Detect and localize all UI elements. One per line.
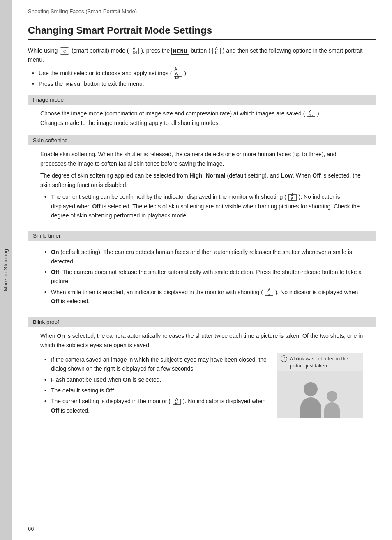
section-image-mode: Image mode Choose the image mode (combin…	[28, 95, 376, 135]
section-blink-proof: Blink proof When On is selected, the cam…	[28, 317, 376, 426]
sil-head-2	[327, 391, 337, 402]
blink-proof-dialog-image: i A blink was detected in the picture ju…	[277, 353, 363, 418]
blink-proof-bullet-2: Flash cannot be used when On is selected…	[44, 375, 269, 384]
portrait-mode-icon: ☺	[60, 47, 69, 55]
ref-37: A37	[307, 111, 315, 117]
intro-smart-portrait: (smart portrait) mode (	[71, 47, 129, 54]
side-tab: More on Shooting	[0, 0, 12, 540]
smile-timer-bullet-1: On (default setting): The camera detects…	[44, 247, 363, 266]
page-header-text: Shooting Smiling Faces (Smart Portrait M…	[28, 8, 137, 14]
intro-bullet-2: Press the MENU button to exit the menu.	[32, 79, 376, 88]
page-title: Changing Smart Portrait Mode Settings	[28, 25, 376, 40]
sil-body-2	[324, 402, 340, 418]
blink-proof-bullet-1: If the camera saved an image in which th…	[44, 355, 269, 374]
smile-timer-bullets: On (default setting): The camera detects…	[44, 247, 363, 306]
intro-paragraph: While using ☺ (smart portrait) mode ( A6…	[28, 46, 376, 65]
smile-timer-bullet-3: When smile timer is enabled, an indicato…	[44, 288, 363, 306]
side-tab-label: More on Shooting	[3, 249, 9, 291]
blink-proof-row: If the camera saved an image in which th…	[40, 353, 363, 421]
blink-illustration	[277, 371, 363, 418]
ref-6b: A6	[265, 290, 273, 296]
intro-bullets: Use the multi selector to choose and app…	[32, 69, 376, 89]
blink-proof-body: When On is selected, the camera automati…	[28, 327, 376, 426]
ref-9: A9	[212, 48, 221, 54]
section-skin-softening: Skin softening Enable skin softening. Wh…	[28, 135, 376, 231]
sil-body-1	[300, 397, 321, 418]
skin-softening-body: Enable skin softening. When the shutter …	[28, 145, 376, 231]
intro-while-using: While using	[28, 47, 58, 54]
image-mode-header: Image mode	[28, 95, 376, 105]
ref-9-10: A9, 10	[174, 71, 182, 77]
smile-timer-bullet-2: Off: The camera does not release the shu…	[44, 268, 363, 286]
image-mode-body: Choose the image mode (combination of im…	[28, 105, 376, 135]
blink-proof-bullet-4: The current setting is displayed in the …	[44, 397, 269, 415]
ref-6c: A6	[173, 399, 181, 405]
silhouette-1	[300, 382, 321, 418]
blink-dialog-top: i A blink was detected in the picture ju…	[277, 353, 363, 372]
blink-proof-bullets: If the camera saved an image in which th…	[44, 355, 269, 415]
sil-head-1	[304, 382, 318, 396]
blink-proof-header: Blink proof	[28, 317, 376, 327]
menu-icon-1: MENU	[171, 48, 189, 55]
skin-softening-bullets: The current setting can be confirmed by …	[44, 192, 363, 220]
section-smile-timer: Smile timer On (default setting): The ca…	[28, 231, 376, 316]
menu-icon-2: MENU	[65, 81, 82, 88]
page-number: 66	[28, 526, 34, 532]
intro-bullet-1: Use the multi selector to choose and app…	[32, 69, 376, 78]
ref-64: A64	[131, 48, 139, 54]
skin-softening-bullet-1: The current setting can be confirmed by …	[44, 192, 363, 220]
info-icon: i	[281, 355, 287, 362]
main-content: Shooting Smiling Faces (Smart Portrait M…	[12, 0, 392, 540]
silhouette-2	[324, 391, 340, 418]
blink-proof-text: If the camera saved an image in which th…	[40, 353, 269, 421]
ref-6a: A6	[288, 194, 297, 201]
smile-timer-body: On (default setting): The camera detects…	[28, 241, 376, 316]
blink-dialog-text: A blink was detected in the picture just…	[290, 355, 360, 369]
skin-softening-header: Skin softening	[28, 135, 376, 145]
smile-timer-header: Smile timer	[28, 231, 376, 241]
blink-proof-bullet-3: The default setting is Off.	[44, 386, 269, 395]
page-header: Shooting Smiling Faces (Smart Portrait M…	[28, 8, 376, 17]
silhouette-group	[300, 382, 340, 418]
